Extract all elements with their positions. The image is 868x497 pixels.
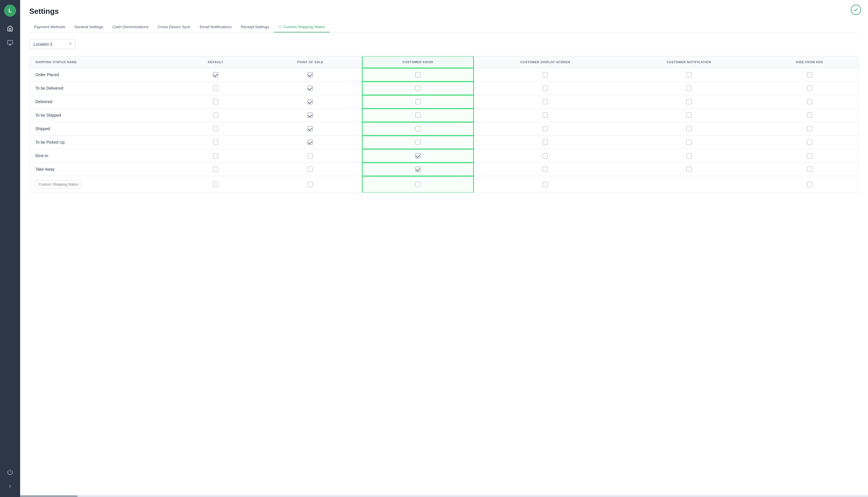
pos-checkbox[interactable] <box>308 113 313 118</box>
notification-checkbox[interactable] <box>686 99 691 104</box>
row-pos-cell[interactable] <box>258 122 362 136</box>
display-checkbox[interactable] <box>543 153 548 158</box>
row-notification-cell[interactable] <box>617 109 761 122</box>
default-checkbox[interactable] <box>213 72 218 77</box>
row-notification-cell[interactable] <box>617 162 761 176</box>
pos-checkbox[interactable] <box>308 167 313 172</box>
row-notification-cell[interactable] <box>617 149 761 162</box>
hide-checkbox[interactable] <box>807 86 812 91</box>
tab-cash-denominations[interactable]: Cash Denominations <box>108 22 153 32</box>
row-pos-cell[interactable] <box>258 149 362 162</box>
row-default-cell[interactable] <box>173 162 258 176</box>
notification-checkbox[interactable] <box>686 153 691 158</box>
pos-checkbox[interactable] <box>308 72 313 77</box>
pos-checkbox[interactable] <box>308 182 313 187</box>
hide-checkbox[interactable] <box>807 72 812 77</box>
scrollbar-thumb[interactable] <box>20 495 78 497</box>
row-pos-cell[interactable] <box>258 109 362 122</box>
row-kiosk-cell[interactable] <box>362 162 473 176</box>
pos-checkbox[interactable] <box>308 140 313 145</box>
row-default-cell[interactable] <box>173 95 258 109</box>
pos-checkbox[interactable] <box>308 153 313 158</box>
tab-receipt-settings[interactable]: Receipt Settings <box>236 22 274 32</box>
display-checkbox[interactable] <box>543 86 548 91</box>
default-checkbox[interactable] <box>213 182 218 187</box>
row-kiosk-cell[interactable] <box>362 176 473 193</box>
row-notification-cell[interactable] <box>617 122 761 136</box>
row-display-cell[interactable] <box>473 149 617 162</box>
default-checkbox[interactable] <box>213 167 218 172</box>
kiosk-checkbox[interactable] <box>415 140 420 145</box>
row-default-cell[interactable] <box>173 109 258 122</box>
row-display-cell[interactable] <box>473 176 617 193</box>
default-checkbox[interactable] <box>213 126 218 131</box>
kiosk-checkbox[interactable] <box>415 72 420 77</box>
row-notification-cell[interactable] <box>617 136 761 149</box>
kiosk-checkbox[interactable] <box>415 113 420 118</box>
default-checkbox[interactable] <box>213 99 218 104</box>
row-display-cell[interactable] <box>473 136 617 149</box>
row-default-cell[interactable] <box>173 122 258 136</box>
default-checkbox[interactable] <box>213 86 218 91</box>
row-display-cell[interactable] <box>473 82 617 95</box>
row-hide-cell[interactable] <box>760 68 858 82</box>
row-pos-cell[interactable] <box>258 176 362 193</box>
power-button[interactable] <box>4 466 16 478</box>
row-pos-cell[interactable] <box>258 95 362 109</box>
row-hide-cell[interactable] <box>760 109 858 122</box>
notification-checkbox[interactable] <box>686 113 691 118</box>
display-checkbox[interactable] <box>543 140 548 145</box>
display-checkbox[interactable] <box>543 126 548 131</box>
row-display-cell[interactable] <box>473 162 617 176</box>
hide-checkbox[interactable] <box>807 182 812 187</box>
kiosk-checkbox[interactable] <box>415 99 420 104</box>
row-default-cell[interactable] <box>173 82 258 95</box>
notification-checkbox[interactable] <box>686 140 691 145</box>
tab-payment-methods[interactable]: Payment Methods <box>29 22 70 32</box>
pos-checkbox[interactable] <box>308 126 313 131</box>
row-hide-cell[interactable] <box>760 95 858 109</box>
row-default-cell[interactable] <box>173 68 258 82</box>
row-notification-cell[interactable] <box>617 82 761 95</box>
row-pos-cell[interactable] <box>258 68 362 82</box>
default-checkbox[interactable] <box>213 140 218 145</box>
row-pos-cell[interactable] <box>258 162 362 176</box>
hide-checkbox[interactable] <box>807 140 812 145</box>
kiosk-checkbox[interactable] <box>415 182 420 187</box>
row-default-cell[interactable] <box>173 136 258 149</box>
row-default-cell[interactable] <box>173 149 258 162</box>
kiosk-checkbox[interactable] <box>415 153 420 158</box>
location-selector[interactable]: Location 1 Location 2 Location 3 <box>29 39 75 49</box>
row-kiosk-cell[interactable] <box>362 82 473 95</box>
notification-checkbox[interactable] <box>686 126 691 131</box>
row-notification-cell[interactable] <box>617 95 761 109</box>
row-hide-cell[interactable] <box>760 149 858 162</box>
row-display-cell[interactable] <box>473 68 617 82</box>
notification-checkbox[interactable] <box>686 72 691 77</box>
row-display-cell[interactable] <box>473 109 617 122</box>
sidebar-monitor-item[interactable] <box>4 37 16 49</box>
row-display-cell[interactable] <box>473 95 617 109</box>
row-hide-cell[interactable] <box>760 162 858 176</box>
row-kiosk-cell[interactable] <box>362 109 473 122</box>
notification-checkbox[interactable] <box>686 167 691 172</box>
hide-checkbox[interactable] <box>807 99 812 104</box>
collapse-sidebar-button[interactable] <box>4 480 16 493</box>
display-checkbox[interactable] <box>543 182 548 187</box>
row-display-cell[interactable] <box>473 122 617 136</box>
display-checkbox[interactable] <box>543 72 548 77</box>
row-kiosk-cell[interactable] <box>362 95 473 109</box>
display-checkbox[interactable] <box>543 99 548 104</box>
default-checkbox[interactable] <box>213 153 218 158</box>
row-hide-cell[interactable] <box>760 176 858 193</box>
avatar[interactable]: L <box>4 4 16 17</box>
row-kiosk-cell[interactable] <box>362 136 473 149</box>
hide-checkbox[interactable] <box>807 167 812 172</box>
tab-cross-device-sync[interactable]: Cross Device Sync <box>153 22 195 32</box>
hide-checkbox[interactable] <box>807 113 812 118</box>
kiosk-checkbox[interactable] <box>415 126 420 131</box>
kiosk-checkbox[interactable] <box>415 167 420 172</box>
row-notification-cell[interactable] <box>617 68 761 82</box>
display-checkbox[interactable] <box>543 113 548 118</box>
row-kiosk-cell[interactable] <box>362 68 473 82</box>
